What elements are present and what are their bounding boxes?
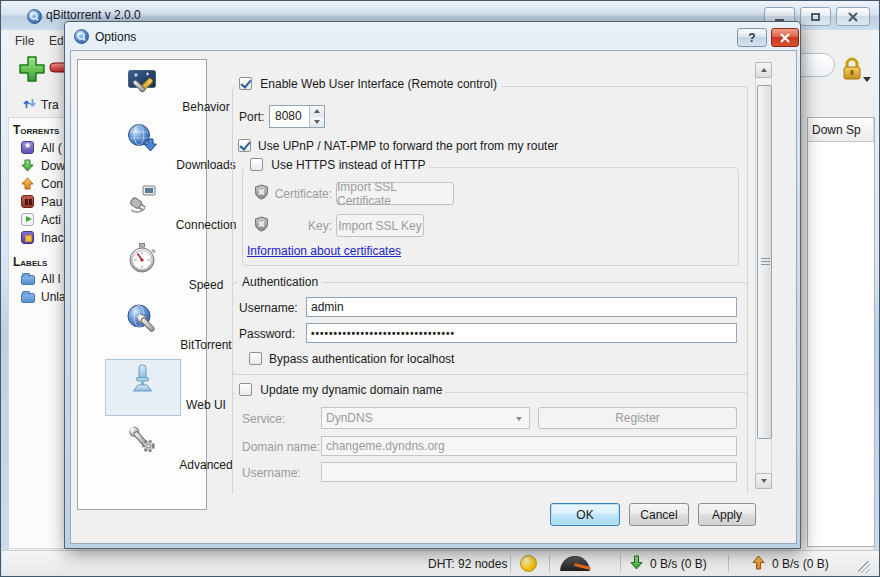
dht-status: DHT: 92 nodes [428, 557, 507, 571]
cancel-button[interactable]: Cancel [629, 503, 689, 526]
status-bar: DHT: 92 nodes 0 B/s (0 B) 0 B/s (0 B) [2, 550, 880, 576]
transfer-table: Down Sp [807, 117, 875, 547]
thumb-grip [761, 264, 770, 265]
https-label: Use HTTPS instead of HTTP [271, 158, 425, 172]
scroll-down-icon [761, 479, 767, 483]
filter-active[interactable]: Acti [41, 213, 61, 227]
dyndns-checkbox[interactable] [239, 383, 252, 396]
statusbar-separator [620, 555, 621, 572]
maximize-button[interactable] [800, 7, 831, 26]
labels-header: Labels [13, 255, 47, 269]
table-header-row: Down Sp [808, 118, 874, 142]
options-sidebar: Behavior Downloads [77, 59, 207, 510]
sidebar-item-behavior[interactable]: Behavior [78, 63, 206, 121]
sidebar-item-advanced[interactable]: Advanced [78, 421, 206, 479]
statusbar-separator [510, 555, 511, 572]
certificates-info-link[interactable]: Information about certificates [247, 244, 401, 258]
upload-speed: 0 B/s (0 B) [772, 557, 829, 571]
service-combobox[interactable]: DynDNS [321, 407, 530, 429]
bittorrent-icon [126, 303, 158, 335]
https-checkbox[interactable] [250, 158, 263, 171]
register-button[interactable]: Register [538, 407, 737, 429]
spin-up-icon [314, 109, 320, 113]
options-scrollbar[interactable] [755, 62, 772, 489]
webui-settings-pane: Enable Web User Interface (Remote contro… [225, 60, 753, 494]
label-unlabeled-folder-icon [21, 293, 35, 303]
plus-icon [17, 54, 47, 84]
label-all-folder-icon [21, 275, 35, 285]
filter-all[interactable]: All ( [41, 141, 62, 155]
ok-button[interactable]: OK [550, 503, 620, 526]
port-spinbox[interactable]: 8080 [269, 105, 325, 128]
lock-dropdown-arrow-icon [863, 77, 871, 82]
scroll-up-icon [761, 68, 767, 72]
filter-inactive[interactable]: Inac [41, 231, 64, 245]
domain-name-label: Domain name: [242, 440, 320, 454]
label-unlabeled[interactable]: Unla [41, 290, 66, 304]
enable-webui-checkbox[interactable] [239, 77, 252, 90]
options-dialog: Options ? Behavior [64, 21, 801, 549]
service-label: Service: [242, 412, 285, 426]
column-header-down-speed[interactable]: Down Sp [812, 123, 861, 137]
behavior-icon [126, 65, 158, 97]
sidebar-item-speed[interactable]: Speed [78, 241, 206, 299]
tab-transfers[interactable]: Tra [41, 98, 59, 112]
scrollbar-thumb[interactable] [757, 85, 772, 439]
certificate-shield-icon [254, 184, 269, 203]
resize-grip[interactable] [858, 561, 870, 573]
port-spin-up[interactable] [309, 106, 324, 117]
sidebar-item-connection[interactable]: Connection [78, 181, 206, 239]
alt-speed-gauge-icon[interactable] [560, 556, 592, 572]
password-input[interactable]: •••••••••••••••••••••••••••••••• [306, 323, 737, 343]
bypass-auth-checkbox[interactable] [249, 352, 262, 365]
upnp-label: Use UPnP / NAT-PMP to forward the port f… [258, 139, 558, 153]
filter-paused-icon [21, 195, 34, 208]
statusbar-separator [728, 555, 729, 572]
domain-name-input[interactable]: changeme.dyndns.org [321, 436, 737, 456]
scroll-down-button[interactable] [755, 473, 772, 489]
lock-icon[interactable] [839, 56, 865, 85]
scroll-up-button[interactable] [755, 62, 772, 78]
apply-button[interactable]: Apply [698, 503, 756, 526]
dialog-title: Options [95, 30, 136, 44]
dyndns-username-input[interactable] [321, 462, 737, 482]
close-button[interactable] [836, 7, 870, 26]
label-all[interactable]: All l [41, 272, 60, 286]
upnp-checkbox[interactable] [238, 139, 251, 152]
torrents-header: Torrents [13, 123, 59, 137]
import-ssl-certificate-button[interactable]: Import SSL Certificate [336, 182, 454, 205]
port-spin-down[interactable] [309, 117, 324, 128]
menu-file[interactable]: File [15, 34, 34, 48]
enable-webui-label: Enable Web User Interface (Remote contro… [260, 77, 497, 91]
webui-icon [126, 363, 158, 395]
enable-webui-header: Enable Web User Interface (Remote contro… [235, 77, 501, 91]
filter-completed[interactable]: Con [41, 177, 63, 191]
filter-downloading[interactable]: Dow [41, 159, 65, 173]
connection-status-icon[interactable] [520, 555, 537, 572]
dyndns-header: Update my dynamic domain name [235, 383, 446, 397]
dialog-help-button[interactable]: ? [737, 28, 767, 47]
filter-paused[interactable]: Pau [41, 195, 62, 209]
dialog-close-button[interactable] [771, 28, 799, 47]
dialog-icon [74, 29, 89, 47]
help-icon: ? [748, 31, 755, 45]
connection-icon [126, 183, 158, 215]
thumb-grip [761, 261, 770, 262]
sidebar-item-downloads[interactable]: Downloads [78, 121, 206, 179]
authentication-header: Authentication [238, 275, 322, 289]
certificate-label: Certificate: [270, 187, 332, 201]
speed-icon [126, 243, 158, 275]
download-arrow-icon [630, 555, 643, 573]
add-torrent-button[interactable] [17, 54, 47, 87]
port-value: 8080 [275, 109, 302, 123]
sidebar-item-webui[interactable]: Web UI [78, 361, 206, 419]
filter-downloading-icon [21, 159, 34, 175]
sidebar-item-bittorrent[interactable]: BitTorrent [78, 301, 206, 359]
upload-arrow-icon [752, 555, 765, 573]
advanced-icon [126, 423, 158, 455]
username-label: Username: [239, 301, 298, 315]
import-ssl-key-button[interactable]: Import SSL Key [336, 214, 424, 237]
username-input[interactable]: admin [306, 297, 737, 317]
downloads-icon [126, 123, 158, 155]
close-icon [848, 12, 858, 22]
